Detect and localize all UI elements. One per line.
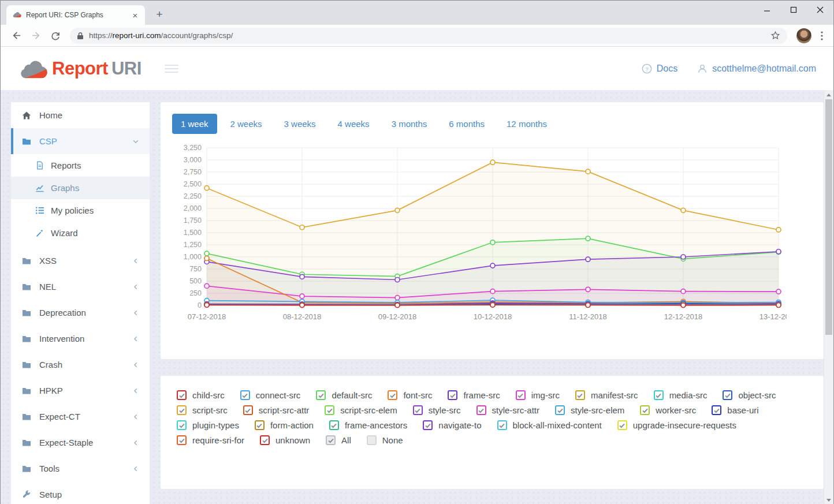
sidebar-item-reports[interactable]: Reports: [11, 154, 150, 177]
checkbox-box-block-all-mixed-content[interactable]: [497, 420, 507, 430]
checkbox-box-script-src-attr[interactable]: [243, 405, 253, 415]
data-point[interactable]: [490, 240, 495, 245]
data-point[interactable]: [586, 169, 590, 174]
data-point[interactable]: [490, 303, 495, 307]
sidebar-item-tools[interactable]: Tools: [11, 456, 150, 481]
new-tab-button[interactable]: +: [152, 7, 167, 22]
checkbox-style-src[interactable]: style-src: [413, 405, 461, 415]
tab-close-icon[interactable]: ×: [130, 10, 140, 20]
checkbox-box-media-src[interactable]: [654, 390, 664, 400]
sidebar-item-wizard[interactable]: Wizard: [11, 222, 150, 244]
checkbox-connect-src[interactable]: connect-src: [240, 390, 301, 400]
range-tab-2-weeks[interactable]: 2 weeks: [222, 114, 271, 134]
browser-tab[interactable]: Report URI: CSP Graphs ×: [6, 5, 145, 25]
forward-icon[interactable]: [29, 29, 43, 43]
data-point[interactable]: [204, 256, 209, 261]
scrollbar-thumb[interactable]: [825, 99, 832, 335]
data-point[interactable]: [586, 287, 590, 292]
range-tab-4-weeks[interactable]: 4 weeks: [329, 114, 378, 134]
checkbox-box-child-src[interactable]: [177, 390, 187, 400]
sidebar-item-hpkp[interactable]: HPKP: [11, 378, 150, 404]
checkbox-box-manifest-src[interactable]: [575, 390, 585, 400]
data-point[interactable]: [586, 236, 590, 241]
checkbox-plugin-types[interactable]: plugin-types: [177, 420, 239, 430]
sidebar-item-intervention[interactable]: Intervention: [11, 326, 150, 352]
data-point[interactable]: [395, 208, 400, 212]
range-tab-1-week[interactable]: 1 week: [172, 114, 217, 134]
checkbox-child-src[interactable]: child-src: [177, 390, 225, 400]
checkbox-block-all-mixed-content[interactable]: block-all-mixed-content: [497, 420, 602, 430]
scroll-down-arrow-icon[interactable]: [824, 495, 833, 504]
data-point[interactable]: [395, 277, 400, 282]
scroll-up-arrow-icon[interactable]: [824, 90, 833, 99]
data-point[interactable]: [300, 274, 304, 279]
browser-menu-icon[interactable]: [816, 31, 828, 40]
checkbox-box-style-src-elem[interactable]: [555, 405, 565, 415]
checkbox-box-all[interactable]: [326, 435, 336, 445]
checkbox-none[interactable]: None: [367, 435, 403, 445]
checkbox-box-connect-src[interactable]: [240, 390, 250, 400]
profile-avatar[interactable]: [796, 28, 811, 43]
data-point[interactable]: [300, 294, 304, 298]
checkbox-box-base-uri[interactable]: [712, 405, 721, 415]
sidebar-item-expect-ct[interactable]: Expect-CT: [11, 404, 150, 430]
data-point[interactable]: [204, 251, 209, 256]
checkbox-navigate-to[interactable]: navigate-to: [423, 420, 481, 430]
data-point[interactable]: [395, 303, 400, 308]
checkbox-form-action[interactable]: form-action: [255, 420, 314, 430]
checkbox-box-worker-src[interactable]: [640, 405, 650, 415]
range-tab-3-months[interactable]: 3 months: [383, 114, 436, 134]
checkbox-script-src[interactable]: script-src: [177, 405, 228, 415]
checkbox-object-src[interactable]: object-src: [723, 390, 776, 400]
data-point[interactable]: [776, 303, 781, 307]
checkbox-box-style-src-attr[interactable]: [476, 405, 486, 415]
sidebar-item-xss[interactable]: XSS: [11, 248, 150, 274]
sidebar-item-nel[interactable]: NEL: [11, 274, 150, 300]
range-tab-6-months[interactable]: 6 months: [440, 114, 493, 134]
sidebar-item-expect-staple[interactable]: Expect-Staple: [11, 430, 150, 456]
checkbox-box-object-src[interactable]: [723, 390, 732, 400]
checkbox-font-src[interactable]: font-src: [388, 390, 432, 400]
checkbox-box-font-src[interactable]: [388, 390, 397, 400]
checkbox-base-uri[interactable]: base-uri: [712, 405, 758, 415]
checkbox-upgrade-insecure-requests[interactable]: upgrade-insecure-requests: [617, 420, 736, 430]
range-tab-12-months[interactable]: 12 months: [498, 114, 556, 134]
checkbox-worker-src[interactable]: worker-src: [640, 405, 696, 415]
checkbox-box-form-action[interactable]: [255, 420, 265, 430]
sidebar-item-my-policies[interactable]: My policies: [11, 199, 150, 222]
window-maximize-button[interactable]: [780, 1, 807, 19]
data-point[interactable]: [776, 249, 781, 254]
report-uri-logo[interactable]: ReportURI: [18, 58, 142, 79]
checkbox-box-unknown[interactable]: [260, 435, 270, 445]
address-bar[interactable]: https://report-uri.com/account/graphs/cs…: [70, 28, 787, 44]
data-point[interactable]: [776, 289, 781, 294]
checkbox-box-plugin-types[interactable]: [177, 420, 187, 430]
checkbox-box-frame-ancestors[interactable]: [329, 420, 339, 430]
checkbox-manifest-src[interactable]: manifest-src: [575, 390, 638, 400]
data-point[interactable]: [681, 289, 686, 294]
window-minimize-button[interactable]: [754, 1, 780, 19]
sidebar-item-deprecation[interactable]: Deprecation: [11, 300, 150, 326]
checkbox-box-none[interactable]: [367, 435, 377, 445]
data-point[interactable]: [681, 208, 686, 212]
data-point[interactable]: [204, 303, 209, 307]
data-point[interactable]: [586, 303, 590, 307]
checkbox-script-src-attr[interactable]: script-src-attr: [243, 405, 310, 415]
data-point[interactable]: [204, 283, 209, 288]
sidebar-item-graphs[interactable]: Graphs: [11, 177, 150, 199]
data-point[interactable]: [490, 263, 495, 268]
checkbox-style-src-elem[interactable]: style-src-elem: [555, 405, 624, 415]
range-tab-3-weeks[interactable]: 3 weeks: [275, 114, 325, 134]
window-close-button[interactable]: [807, 1, 833, 19]
checkbox-img-src[interactable]: img-src: [516, 390, 560, 400]
checkbox-unknown[interactable]: unknown: [260, 435, 310, 445]
docs-link[interactable]: ? Docs: [642, 64, 677, 74]
checkbox-box-navigate-to[interactable]: [423, 420, 433, 430]
checkbox-box-script-src-elem[interactable]: [325, 405, 334, 415]
data-point[interactable]: [300, 225, 304, 230]
checkbox-frame-ancestors[interactable]: frame-ancestors: [329, 420, 407, 430]
data-point[interactable]: [300, 303, 304, 308]
checkbox-box-require-sri-for[interactable]: [177, 435, 187, 445]
checkbox-media-src[interactable]: media-src: [654, 390, 708, 400]
sidebar-item-home[interactable]: Home: [11, 102, 150, 128]
